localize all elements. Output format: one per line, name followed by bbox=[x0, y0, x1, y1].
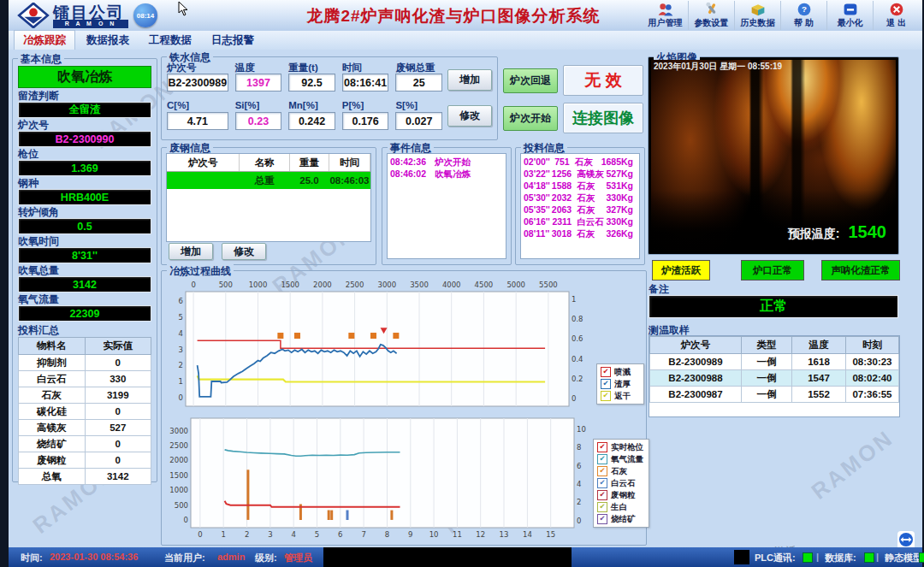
scrap-add-button[interactable]: 增加 bbox=[169, 243, 213, 260]
event-list: 08:42:36炉次开始08:46:02吹氧冶炼 bbox=[387, 153, 506, 259]
time-value: 2023-01-30 08:54:36 bbox=[50, 552, 138, 562]
list-item[interactable]: 04'18''1588石灰531Kg bbox=[524, 180, 637, 192]
history-data-button[interactable]: 历史数据 bbox=[735, 1, 781, 30]
list-item[interactable]: 03'22''1256高镁灰527Kg bbox=[524, 168, 637, 180]
legend-item[interactable]: ✔石灰 bbox=[597, 466, 645, 476]
user-management-button[interactable]: 用户管理 bbox=[643, 1, 689, 30]
invalid-button[interactable]: 无 效 bbox=[563, 65, 643, 96]
mouth-normal-indicator[interactable]: 炉口正常 bbox=[741, 260, 804, 281]
svg-text:0: 0 bbox=[179, 393, 183, 402]
table-cell[interactable]: B2-2300988 bbox=[650, 370, 742, 387]
title-bar: 镭目公司 R A M O N 08:14 龙腾2#炉声呐化渣与炉口图像分析系统 … bbox=[9, 0, 922, 32]
checkbox-icon[interactable]: ✔ bbox=[601, 379, 611, 389]
list-item[interactable]: 08:42:36炉次开始 bbox=[390, 156, 503, 168]
svg-text:13: 13 bbox=[500, 530, 509, 539]
checkbox-icon[interactable]: ✔ bbox=[597, 454, 607, 464]
table-cell[interactable]: 07:36:55 bbox=[846, 387, 899, 403]
table-cell[interactable]: 1618 bbox=[792, 354, 846, 370]
svg-text:10: 10 bbox=[429, 530, 439, 539]
table-cell[interactable]: 25.0 bbox=[290, 172, 329, 190]
window-body: 镭目公司 R A M O N 08:14 龙腾2#炉声呐化渣与炉口图像分析系统 … bbox=[9, 0, 922, 567]
checkbox-icon[interactable]: ✔ bbox=[597, 442, 607, 452]
slag-active-indicator[interactable]: 炉渣活跃 bbox=[652, 260, 710, 281]
table-row[interactable]: B2-2300989一倒161808:30:23 bbox=[650, 354, 899, 370]
legend-item[interactable]: ✔烧结矿 bbox=[597, 514, 645, 524]
legend-item[interactable]: ✔实时枪位 bbox=[597, 442, 645, 452]
svg-text:1500: 1500 bbox=[281, 281, 299, 289]
table-cell[interactable]: 1552 bbox=[792, 387, 846, 403]
table-cell[interactable]: 1547 bbox=[792, 370, 846, 387]
legend-item[interactable]: ✔废钢粒 bbox=[597, 490, 645, 500]
hm-sulfur[interactable]: 0.027 bbox=[395, 112, 442, 130]
table-cell[interactable]: 一倒 bbox=[742, 387, 792, 403]
table-cell: 3199 bbox=[85, 387, 151, 404]
table-cell[interactable]: 一倒 bbox=[742, 354, 792, 370]
hm-manganese[interactable]: 0.242 bbox=[288, 112, 335, 130]
table-cell[interactable]: B2-2300987 bbox=[650, 387, 742, 403]
table-cell[interactable]: B2-2300989 bbox=[650, 354, 742, 370]
svg-text:1: 1 bbox=[179, 377, 183, 386]
list-item[interactable]: 02'00''751石灰1685Kg bbox=[524, 156, 637, 168]
table-row[interactable]: B2-2300987一倒155207:36:55 bbox=[650, 387, 899, 403]
svg-text:7: 7 bbox=[361, 530, 365, 539]
level-value: 管理员 bbox=[284, 552, 312, 564]
checkbox-icon[interactable]: ✔ bbox=[597, 502, 607, 512]
list-item[interactable]: 06'16''2311白云石330Kg bbox=[524, 216, 637, 227]
tab-log-alarm[interactable]: 日志报警 bbox=[203, 31, 263, 50]
list-item[interactable]: 05'30''2032石灰330Kg bbox=[524, 192, 637, 204]
legend-item[interactable]: ✔喷溅 bbox=[601, 367, 640, 377]
checkbox-icon[interactable]: ✔ bbox=[601, 391, 611, 401]
legend-item[interactable]: ✔返干 bbox=[601, 391, 640, 401]
hot-metal-modify-button[interactable]: 修改 bbox=[447, 105, 492, 127]
hm-carbon[interactable]: 4.71 bbox=[167, 112, 228, 130]
list-item[interactable]: 05'35''2063石灰327Kg bbox=[524, 204, 637, 216]
table-cell[interactable]: 一倒 bbox=[742, 370, 792, 387]
column-header: 炉次号 bbox=[650, 337, 742, 354]
table-row: 废钢粒0 bbox=[19, 452, 151, 469]
exit-button[interactable]: 退 出 bbox=[874, 1, 919, 30]
table-cell[interactable]: 08:46:03 bbox=[329, 172, 370, 190]
tab-data-report[interactable]: 数据报表 bbox=[78, 31, 138, 50]
list-item[interactable]: 08'11''3018石灰326Kg bbox=[524, 227, 637, 239]
hm-weight[interactable]: 92.5 bbox=[288, 74, 335, 92]
hm-heat-number[interactable]: B2-2300989 bbox=[167, 74, 228, 92]
tab-smelt-tracking[interactable]: 冶炼跟踪 bbox=[14, 30, 75, 50]
checkbox-icon[interactable]: ✔ bbox=[597, 490, 607, 500]
help-button[interactable]: ? 帮 助 bbox=[781, 1, 827, 30]
svg-text:5500: 5500 bbox=[539, 281, 558, 289]
hm-scrap-total[interactable]: 25 bbox=[395, 74, 442, 92]
parameter-settings-button[interactable]: 参数设置 bbox=[689, 1, 735, 30]
legend-item[interactable]: ✔渣厚 bbox=[601, 379, 640, 389]
table-row[interactable]: B2-2300988一倒154708:02:40 bbox=[650, 370, 899, 387]
checkbox-icon[interactable]: ✔ bbox=[597, 514, 607, 524]
table-cell[interactable]: 08:30:23 bbox=[846, 354, 899, 370]
scrap-modify-button[interactable]: 修改 bbox=[222, 243, 266, 260]
legend-item[interactable]: ✔氧气流量 bbox=[597, 454, 645, 464]
table-cell[interactable]: 总重 bbox=[240, 172, 290, 190]
table-cell[interactable] bbox=[167, 172, 240, 190]
plc-status-light bbox=[803, 552, 813, 563]
list-item[interactable]: 08:46:02吹氧冶炼 bbox=[390, 168, 503, 180]
hm-phosphorus[interactable]: 0.176 bbox=[342, 112, 389, 130]
blowing-state-banner: 吹氧冶炼 bbox=[18, 66, 151, 88]
hm-silicon[interactable]: 0.23 bbox=[235, 112, 282, 130]
checkbox-icon[interactable]: ✔ bbox=[597, 478, 607, 488]
sonar-normal-indicator[interactable]: 声呐化渣正常 bbox=[821, 260, 900, 281]
list-cell: 2311 bbox=[550, 216, 572, 227]
heat-start-button[interactable]: 炉次开始 bbox=[503, 106, 558, 131]
checkbox-icon[interactable]: ✔ bbox=[601, 367, 611, 377]
list-cell: 2063 bbox=[550, 204, 572, 216]
connect-image-button[interactable]: 连接图像 bbox=[563, 103, 643, 133]
table-cell[interactable]: 08:02:40 bbox=[846, 370, 899, 387]
tab-engineering-data[interactable]: 工程数据 bbox=[140, 31, 200, 50]
minimize-button[interactable]: 最小化 bbox=[827, 1, 874, 30]
table-row[interactable]: 总重25.008:46:03 bbox=[167, 172, 370, 190]
hm-temperature[interactable]: 1397 bbox=[235, 74, 282, 92]
hm-time[interactable]: 08:16:41 bbox=[342, 74, 389, 92]
legend-item[interactable]: ✔白云石 bbox=[597, 478, 645, 488]
legend-item[interactable]: ✔生白 bbox=[597, 502, 645, 512]
field-label: 炉次号 bbox=[18, 119, 151, 131]
checkbox-icon[interactable]: ✔ bbox=[597, 466, 607, 476]
hot-metal-add-button[interactable]: 增加 bbox=[447, 69, 492, 91]
heat-rollback-button[interactable]: 炉次回退 bbox=[503, 68, 558, 93]
